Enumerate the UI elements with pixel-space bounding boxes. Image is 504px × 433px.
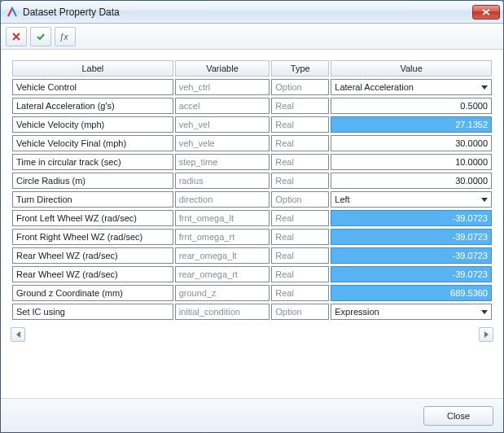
label-cell[interactable]: Vehicle Velocity (mph): [12, 116, 173, 133]
window-title: Dataset Property Data: [23, 7, 471, 18]
value-select-text: Lateral Acceleration: [335, 82, 414, 92]
label-cell[interactable]: Front Right Wheel WZ (rad/sec): [12, 229, 173, 245]
type-cell: Real: [271, 135, 329, 151]
table-row: Rear Wheel WZ (rad/sec)rear_omega_ltReal…: [12, 247, 492, 264]
variable-cell: frnt_omega_lt: [175, 210, 270, 226]
variable-cell: veh_ctrl: [175, 79, 270, 95]
col-header-variable[interactable]: Variable: [175, 60, 270, 77]
value-cell[interactable]: 27.1352: [331, 116, 492, 133]
label-cell[interactable]: Turn Direction: [12, 191, 173, 208]
type-cell: Option: [271, 79, 329, 95]
value-cell[interactable]: -39.0723: [331, 247, 492, 264]
label-cell[interactable]: Lateral Acceleration (g's): [12, 98, 173, 114]
label-cell[interactable]: Circle Radius (m): [12, 173, 173, 189]
label-cell[interactable]: Vehicle Velocity Final (mph): [12, 135, 173, 151]
type-cell: Real: [271, 154, 329, 170]
property-table: Label Variable Type Value Vehicle Contro…: [11, 58, 493, 322]
chevron-down-icon: [481, 198, 488, 202]
chevron-right-icon: [484, 331, 489, 338]
apply-button[interactable]: [30, 27, 51, 46]
value-cell[interactable]: 0.5000: [331, 98, 492, 114]
type-cell: Option: [271, 304, 329, 320]
type-cell: Real: [271, 116, 329, 133]
app-icon: [6, 6, 19, 19]
scroll-left-button[interactable]: [11, 327, 25, 342]
variable-cell: veh_vel: [175, 116, 270, 133]
chevron-down-icon: [481, 310, 488, 314]
chevron-down-icon: [481, 85, 488, 90]
close-button-label: Close: [447, 411, 470, 421]
type-cell: Option: [271, 191, 329, 208]
content-area: Label Variable Type Value Vehicle Contro…: [1, 50, 503, 398]
value-select[interactable]: Left: [331, 191, 492, 208]
titlebar: Dataset Property Data: [1, 1, 503, 24]
variable-cell: radius: [175, 173, 270, 189]
window-close-button[interactable]: [472, 5, 500, 20]
col-header-type[interactable]: Type: [271, 60, 329, 77]
table-row: Vehicle Velocity (mph)veh_velReal27.1352: [12, 116, 492, 133]
fx-button[interactable]: ƒx: [55, 27, 76, 46]
type-cell: Real: [271, 210, 329, 226]
table-row: Front Right Wheel WZ (rad/sec)frnt_omega…: [12, 229, 492, 245]
variable-cell: step_time: [175, 154, 270, 170]
value-cell[interactable]: -39.0723: [331, 266, 492, 282]
value-cell[interactable]: 10.0000: [331, 154, 492, 170]
type-cell: Real: [271, 266, 329, 282]
value-cell[interactable]: 689.5360: [331, 285, 492, 301]
label-cell[interactable]: Front Left Wheel WZ (rad/sec): [12, 210, 173, 226]
variable-cell: rear_omega_lt: [175, 247, 270, 264]
variable-cell: frnt_omega_rt: [175, 229, 270, 245]
chevron-left-icon: [16, 331, 20, 338]
value-select-text: Left: [335, 195, 349, 204]
label-cell[interactable]: Set IC using: [12, 304, 173, 320]
variable-cell: accel: [175, 98, 270, 114]
col-header-label[interactable]: Label: [12, 60, 173, 77]
table-row: Turn DirectiondirectionOptionLeft: [12, 191, 492, 208]
table-row: Set IC usinginitial_conditionOptionExpre…: [12, 304, 492, 320]
table-row: Vehicle Controlveh_ctrlOptionLateral Acc…: [12, 79, 492, 95]
col-header-value[interactable]: Value: [331, 60, 492, 77]
label-cell[interactable]: Rear Wheel WZ (rad/sec): [12, 266, 173, 282]
close-button[interactable]: Close: [423, 406, 493, 426]
variable-cell: rear_omega_rt: [175, 266, 270, 282]
value-cell[interactable]: -39.0723: [331, 210, 492, 226]
svg-text:ƒx: ƒx: [59, 33, 69, 42]
table-row: Vehicle Velocity Final (mph)veh_veleReal…: [12, 135, 492, 151]
type-cell: Real: [271, 98, 329, 114]
value-cell[interactable]: -39.0723: [331, 229, 492, 245]
table-row: Lateral Acceleration (g's)accelReal0.500…: [12, 98, 492, 114]
table-row: Time in circular track (sec)step_timeRea…: [12, 154, 492, 170]
variable-cell: veh_vele: [175, 135, 270, 151]
footer: Close: [1, 398, 503, 432]
check-icon: [36, 32, 46, 42]
variable-cell: initial_condition: [175, 304, 270, 320]
value-select[interactable]: Lateral Acceleration: [331, 79, 492, 95]
type-cell: Real: [271, 285, 329, 301]
label-cell[interactable]: Rear Wheel WZ (rad/sec): [12, 247, 173, 264]
label-cell[interactable]: Time in circular track (sec): [12, 154, 173, 170]
fx-icon: ƒx: [59, 32, 71, 42]
table-row: Ground z Coordinate (mm)ground_zReal689.…: [12, 285, 492, 301]
table-row: Rear Wheel WZ (rad/sec)rear_omega_rtReal…: [12, 266, 492, 282]
label-cell[interactable]: Ground z Coordinate (mm): [12, 285, 173, 301]
scroll-right-button[interactable]: [479, 327, 493, 342]
type-cell: Real: [271, 173, 329, 189]
label-cell[interactable]: Vehicle Control: [12, 79, 173, 95]
table-row: Front Left Wheel WZ (rad/sec)frnt_omega_…: [12, 210, 492, 226]
type-cell: Real: [271, 247, 329, 264]
variable-cell: ground_z: [175, 285, 270, 301]
value-cell[interactable]: 30.0000: [331, 173, 492, 189]
type-cell: Real: [271, 229, 329, 245]
dataset-property-data-window: Dataset Property Data ƒx Label: [0, 0, 504, 433]
value-select[interactable]: Expression: [331, 304, 492, 320]
value-select-text: Expression: [335, 307, 379, 317]
table-row: Circle Radius (m)radiusReal30.0000: [12, 173, 492, 189]
value-cell[interactable]: 30.0000: [331, 135, 492, 151]
variable-cell: direction: [175, 191, 270, 208]
cancel-button[interactable]: [6, 27, 27, 46]
horizontal-scroll: [11, 327, 493, 342]
toolbar: ƒx: [1, 24, 503, 50]
x-icon: [11, 32, 21, 42]
